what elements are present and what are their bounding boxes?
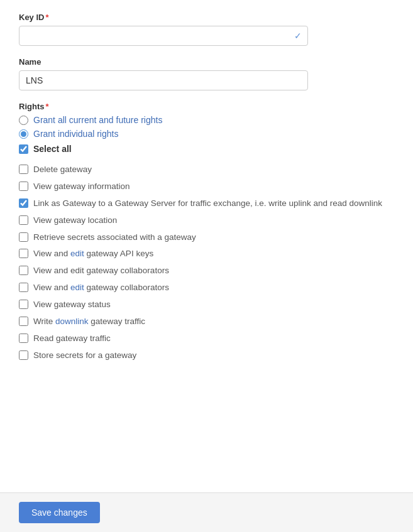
rights-field-group: Rights * Grant all current and future ri… [19,102,394,364]
checkbox-label-store-secrets[interactable]: Store secrets for a gateway [33,350,136,362]
radio-grant-individual[interactable]: Grant individual rights [19,129,394,139]
list-item: View gateway status [19,296,394,313]
checkbox-view-edit-collaborators[interactable] [19,283,28,292]
checkbox-label-view-edit-collaborators[interactable]: View and edit gateway collaborators [33,282,169,294]
checkbox-read-gateway-traffic[interactable] [19,334,28,343]
list-item: View and edit gateway collaborators [19,280,394,296]
checkbox-label-read-gateway-traffic[interactable]: Read gateway traffic [33,333,111,345]
name-field-group: Name [19,57,394,90]
checkbox-view-gateway-info[interactable] [19,182,28,191]
checkbox-label-view-edit-api-keys[interactable]: View and edit gateway API keys [33,248,153,260]
checkbox-label-retrieve-secrets[interactable]: Retrieve secrets associated with a gatew… [33,232,196,244]
radio-group: Grant all current and future rights Gran… [19,115,394,139]
list-item: View and edit gateway API keys [19,246,394,263]
checkbox-label-edit-basic-settings[interactable]: View and edit gateway collaborators [33,265,169,277]
radio-grant-all[interactable]: Grant all current and future rights [19,115,394,125]
save-changes-button[interactable]: Save changes [19,502,100,523]
checkboxes-list: Delete gateway View gateway information … [19,161,394,364]
checkbox-write-downlink-traffic[interactable] [19,317,28,326]
checkbox-label-view-gateway-status[interactable]: View gateway status [33,299,111,311]
checkbox-label-link-gateway[interactable]: Link as Gateway to a Gateway Server for … [33,198,382,210]
name-input[interactable] [19,70,308,90]
check-circle-icon: ✓ [294,31,302,41]
list-item: View gateway information [19,178,394,195]
checkbox-view-gateway-status[interactable] [19,300,28,309]
checkbox-label-write-downlink-traffic[interactable]: Write downlink gateway traffic [33,316,145,328]
select-all-wrapper: Select all [19,144,394,154]
checkbox-view-gateway-location[interactable] [19,215,28,225]
list-item: Read gateway traffic [19,330,394,347]
checkbox-view-edit-api-keys[interactable] [19,249,28,258]
select-all-label[interactable]: Select all [33,144,72,154]
list-item: View and edit gateway collaborators [19,263,394,280]
checkbox-retrieve-secrets[interactable] [19,232,28,242]
key-id-input[interactable] [19,26,308,46]
checkbox-link-gateway[interactable] [19,198,28,208]
list-item: Delete gateway [19,161,394,178]
checkbox-label-delete-gateway[interactable]: Delete gateway [33,164,92,176]
key-id-input-wrapper: ✓ [19,26,308,46]
checkbox-delete-gateway[interactable] [19,165,28,174]
select-all-checkbox[interactable] [19,144,28,154]
rights-required-star: * [45,102,48,111]
checkbox-label-view-gateway-info[interactable]: View gateway information [33,181,130,193]
list-item: Store secrets for a gateway [19,347,394,364]
key-id-field-group: Key ID * ✓ [19,13,394,46]
radio-grant-all-input[interactable] [19,116,28,125]
name-label: Name [19,57,394,67]
checkbox-edit-basic-settings[interactable] [19,266,28,275]
key-id-required-star: * [45,13,48,22]
footer-bar: Save changes [0,492,413,532]
rights-label: Rights * [19,102,394,111]
list-item: Write downlink gateway traffic [19,313,394,330]
radio-grant-individual-input[interactable] [19,129,28,139]
checkbox-store-secrets[interactable] [19,350,28,360]
list-item: Link as Gateway to a Gateway Server for … [19,195,394,212]
list-item: View gateway location [19,212,394,229]
checkbox-label-view-gateway-location[interactable]: View gateway location [33,215,117,227]
form-container: Key ID * ✓ Name Rights * Grant all curre… [0,0,413,416]
list-item: Retrieve secrets associated with a gatew… [19,229,394,246]
key-id-label: Key ID * [19,13,394,22]
